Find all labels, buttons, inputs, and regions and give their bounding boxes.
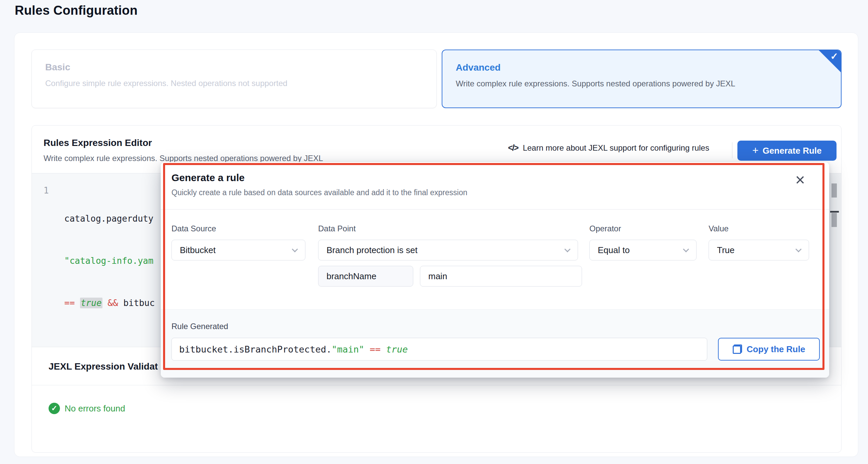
validation-status-text: No errors found xyxy=(65,403,125,414)
data-source-label: Data Source xyxy=(172,224,216,233)
scrollbar-thumb[interactable] xyxy=(832,183,837,197)
value-value: True xyxy=(717,245,735,255)
chevron-down-icon xyxy=(795,246,801,252)
branch-name-key-field[interactable] xyxy=(318,266,413,286)
tab-advanced-title: Advanced xyxy=(456,62,828,73)
operator-label: Operator xyxy=(589,224,621,233)
value-label: Value xyxy=(709,224,729,233)
success-check-icon: ✓ xyxy=(49,403,60,414)
tab-basic-description: Configure simple rule expressions. Neste… xyxy=(45,79,423,88)
branch-name-value-field[interactable] xyxy=(420,266,582,286)
value-select[interactable]: True xyxy=(709,240,809,260)
modal-title: Generate a rule xyxy=(172,172,244,183)
header-divider xyxy=(732,142,733,158)
jexl-link-label: Learn more about JEXL support for config… xyxy=(523,143,709,153)
jexl-learn-more-link[interactable]: </> Learn more about JEXL support for co… xyxy=(508,143,709,153)
data-point-value: Branch protection is set xyxy=(327,245,417,255)
editor-title: Rules Expression Editor xyxy=(43,137,152,148)
copy-rule-label: Copy the Rule xyxy=(747,344,805,354)
tab-advanced[interactable]: Advanced Write complex rule expressions.… xyxy=(442,50,841,108)
validation-status: ✓ No errors found xyxy=(49,403,125,414)
generate-rule-button[interactable]: + Generate Rule xyxy=(737,141,837,161)
operator-select[interactable]: Equal to xyxy=(589,240,696,260)
generate-rule-modal: Generate a rule Quickly create a rule ba… xyxy=(161,162,829,378)
editor-subtitle: Write complex rule expressions. Supports… xyxy=(43,154,323,163)
validator-divider xyxy=(32,385,841,385)
validator-title: JEXL Expression Validat xyxy=(49,361,158,372)
operator-value: Equal to xyxy=(598,245,629,255)
chevron-down-icon xyxy=(292,246,298,252)
chevron-down-icon xyxy=(683,246,689,252)
data-point-select[interactable]: Branch protection is set xyxy=(318,240,578,260)
close-icon[interactable]: × xyxy=(795,172,805,188)
chevron-down-icon xyxy=(564,246,570,252)
tab-basic-title: Basic xyxy=(45,62,423,73)
scrollbar-marker xyxy=(830,211,839,213)
tab-basic[interactable]: Basic Configure simple rule expressions.… xyxy=(31,50,437,108)
page-title: Rules Configuration xyxy=(15,3,137,18)
modal-footer: Rule Generated bitbucket.isBranchProtect… xyxy=(161,309,829,378)
rule-generated-label: Rule Generated xyxy=(172,322,228,331)
copy-icon xyxy=(733,344,742,354)
data-source-select[interactable]: Bitbucket xyxy=(172,240,305,260)
rules-configuration-page: Rules Configuration Basic Configure simp… xyxy=(0,0,868,464)
modal-subtitle: Quickly create a rule based on data sour… xyxy=(172,188,467,197)
generate-rule-label: Generate Rule xyxy=(763,146,822,156)
plus-icon: + xyxy=(752,145,759,156)
modal-header-divider xyxy=(161,209,829,210)
data-point-label: Data Point xyxy=(318,224,355,233)
generated-rule-output: bitbucket.isBranchProtected."main" == tr… xyxy=(172,338,707,361)
tab-advanced-description: Write complex rule expressions. Supports… xyxy=(456,79,828,88)
scrollbar-thumb[interactable] xyxy=(832,213,837,227)
check-icon: ✓ xyxy=(831,51,838,62)
code-brackets-icon: </> xyxy=(508,143,518,153)
copy-rule-button[interactable]: Copy the Rule xyxy=(718,338,820,361)
data-source-value: Bitbucket xyxy=(180,245,216,255)
editor-scrollbar xyxy=(830,174,841,347)
